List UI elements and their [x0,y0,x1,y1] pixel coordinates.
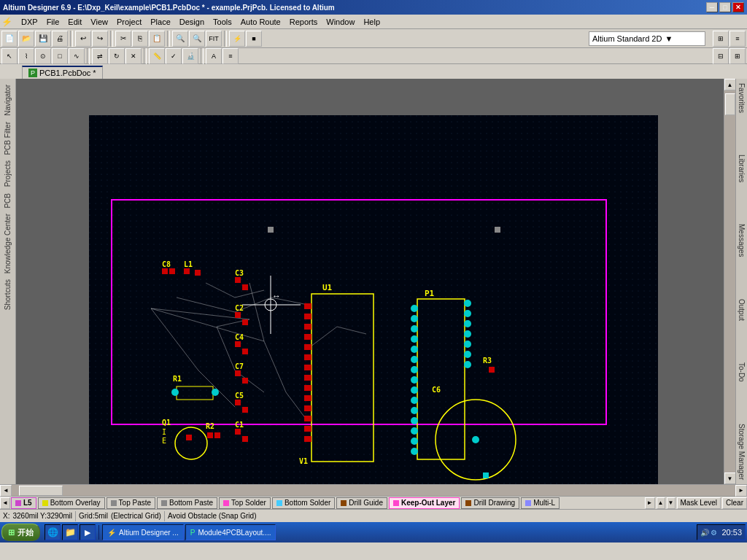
tb2-delete[interactable]: ✕ [125,48,142,64]
close-button[interactable]: ✕ [732,2,744,12]
tb2-inspector[interactable]: 🔬 [182,48,198,64]
menu-dxp[interactable]: DXP [17,16,42,28]
tb-extra2[interactable]: ≡ [729,31,746,47]
layer-top-paste[interactable]: Top Paste [107,497,155,509]
pcb-tab[interactable]: P PCB1.PcbDoc * [22,66,103,79]
panel-messages[interactable]: Messages [737,221,746,260]
tb-cut[interactable]: ✂ [115,31,131,47]
menu-reports[interactable]: Reports [285,16,322,28]
clear-button[interactable]: Clear [722,497,747,509]
pcb-canvas[interactable]: U1 [16,79,724,484]
taskbar-altium[interactable]: ⚡ Altium Designer ... [102,524,184,540]
layer-ts-label: Top Solder [231,499,266,507]
scroll-left-button[interactable]: ◄ [0,485,12,497]
layer-top-solder[interactable]: Top Solder [219,497,271,509]
layer-bottom-overlay[interactable]: Bottom Overlay [38,497,105,509]
view-dropdown[interactable]: Altium Standard 2D ▼ [589,31,705,46]
scroll-track-vertical[interactable] [724,90,735,472]
sidebar-pcb[interactable]: PCB [2,190,13,211]
tb2-highlight[interactable]: A [206,48,222,64]
scroll-up-button[interactable]: ▲ [724,79,736,90]
quick-launch-ie[interactable]: 🌐 [44,524,61,540]
tb-stop[interactable]: ■ [246,31,262,47]
layers-arrow-down[interactable]: ▼ [667,497,676,509]
horizontal-scrollbar[interactable]: ◄ ► [0,484,747,496]
menu-place[interactable]: Place [146,16,175,28]
tb-copy[interactable]: ⎘ [132,31,148,47]
dropdown-arrow[interactable]: ▼ [665,34,673,43]
vertical-scrollbar[interactable]: ▲ ▼ [724,79,735,484]
tb-new[interactable]: 📄 [1,31,18,47]
taskbar-module[interactable]: P Module4PCBLayout.... [185,524,276,540]
toolbar: 📄 📂 💾 🖨 ↩ ↪ ✂ ⎘ 📋 🔍 🔍 FIT ⚡ ■ Altium Sta… [0,29,747,48]
tb-open[interactable]: 📂 [18,31,34,47]
tb-print[interactable]: 🖨 [52,31,68,47]
tb2-route-single[interactable]: ∿ [69,48,85,64]
tb-paste[interactable]: 📋 [149,31,165,47]
tb2-drc[interactable]: ✓ [166,48,182,64]
sidebar-knowledge[interactable]: Knowledge Center [2,211,13,276]
tb2-extra[interactable]: ≡ [222,48,239,64]
scroll-right-button[interactable]: ► [735,485,747,497]
menu-tools[interactable]: Tools [209,16,236,28]
layer-keepout[interactable]: Keep-Out Layer [389,497,460,509]
layer-drill-guide[interactable]: Drill Guide [336,497,387,509]
tb-route[interactable]: ⚡ [229,31,245,47]
tb-undo[interactable]: ↩ [75,31,91,47]
layer-ml-label: Multi-L [533,499,555,507]
panel-output[interactable]: Output [737,296,746,324]
pcb-board[interactable]: U1 [89,115,658,484]
sidebar-pcbfilter[interactable]: PCB Filter [2,119,13,158]
scroll-thumb-vertical[interactable] [725,93,735,115]
restore-button[interactable]: □ [719,2,731,12]
panel-favorites[interactable]: Favorites [737,80,746,116]
sidebar-navigator[interactable]: Navigator [2,82,13,119]
scroll-down-button[interactable]: ▼ [724,472,736,484]
menu-autoroute[interactable]: Auto Route [236,16,285,28]
panel-libraries[interactable]: Libraries [737,152,746,185]
tb-extra1[interactable]: ⊞ [713,31,729,47]
minimize-button[interactable]: ─ [706,2,718,12]
tb2-wire[interactable]: ⌇ [18,48,34,64]
tb2-via[interactable]: ⊙ [35,48,51,64]
panel-storage[interactable]: Storage Manager [737,421,746,483]
tb-fit[interactable]: FIT [206,31,222,47]
quick-launch-explorer[interactable]: 📁 [62,524,78,540]
menu-edit[interactable]: Edit [63,16,86,28]
tb2-mirror[interactable]: ⇌ [92,48,108,64]
tb2-select[interactable]: ↖ [1,48,18,64]
menu-design[interactable]: Design [175,16,209,28]
layer-multi[interactable]: Multi-L [521,497,560,509]
tb2-component[interactable]: □ [52,48,68,64]
tab-icon: P [28,69,37,77]
scroll-thumb-horizontal[interactable] [19,486,63,496]
layer-drill-drawing[interactable]: Drill Drawing [461,497,519,509]
start-button[interactable]: ⊞ 开始 [1,524,40,541]
tb-zoom-in[interactable]: 🔍 [172,31,188,47]
tb2-measure[interactable]: 📏 [149,48,165,64]
sidebar-projects[interactable]: Projects [2,158,13,190]
tb-save[interactable]: 💾 [35,31,51,47]
menu-view[interactable]: View [86,16,112,28]
layer-bottom-paste[interactable]: Bottom Paste [157,497,217,509]
quick-launch-media[interactable]: ▶ [80,524,96,540]
tb-redo[interactable]: ↪ [92,31,108,47]
layers-scroll-left[interactable]: ◄ [0,497,10,509]
sidebar-shortcuts[interactable]: Shortcuts [2,276,13,313]
menu-window[interactable]: Window [322,16,359,28]
layer-l5[interactable]: L5 [11,497,36,509]
layers-scroll-right[interactable]: ► [645,497,655,509]
layers-arrow-up[interactable]: ▲ [657,497,665,509]
tb2-unmask[interactable]: ⊞ [729,48,746,64]
menu-help[interactable]: Help [359,16,384,28]
tb-zoom-out[interactable]: 🔍 [189,31,205,47]
menu-project[interactable]: Project [112,16,146,28]
layer-bottom-solder[interactable]: Bottom Solder [272,497,335,509]
mask-level-button[interactable]: Mask Level [677,497,721,509]
taskbar-altium-icon: ⚡ [107,529,116,537]
scroll-track-horizontal[interactable] [12,485,735,496]
tb2-rotate[interactable]: ↻ [109,48,125,64]
panel-todo[interactable]: To-Do [737,359,746,385]
tb2-mask[interactable]: ⊟ [713,48,729,64]
menu-file[interactable]: File [42,16,64,28]
